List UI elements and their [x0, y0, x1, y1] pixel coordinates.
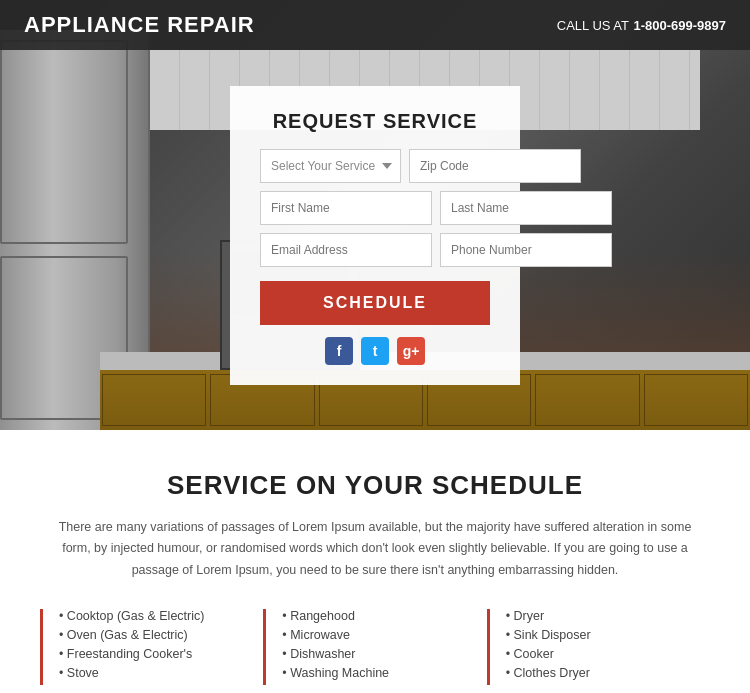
cabinet-door	[535, 374, 639, 426]
hero-section: REQUEST SERVICE Select Your ServiceRefri…	[0, 0, 750, 430]
services-col-2: Rangehood Microwave Dishwasher Washing M…	[263, 609, 486, 685]
list-item: Sink Disposer	[506, 628, 694, 642]
list-item: Dryer	[506, 609, 694, 623]
list-item: Microwave	[282, 628, 470, 642]
services-list-3: Dryer Sink Disposer Cooker Clothes Dryer	[506, 609, 694, 680]
list-item: Washing Machine	[282, 666, 470, 680]
last-name-input[interactable]	[440, 191, 612, 225]
list-item: Freestanding Cooker's	[59, 647, 247, 661]
list-item: Stove	[59, 666, 247, 680]
list-item: Cooker	[506, 647, 694, 661]
header-contact: CALL US AT 1-800-699-9897	[557, 16, 726, 34]
service-form: REQUEST SERVICE Select Your ServiceRefri…	[230, 86, 520, 385]
form-row-service-zip: Select Your ServiceRefrigeratorWasherDry…	[260, 149, 490, 183]
zip-input[interactable]	[409, 149, 581, 183]
brand-title: APPLIANCE REPAIR	[24, 12, 255, 38]
list-item: Rangehood	[282, 609, 470, 623]
services-list-2: Rangehood Microwave Dishwasher Washing M…	[282, 609, 470, 680]
header: APPLIANCE REPAIR CALL US AT 1-800-699-98…	[0, 0, 750, 50]
cabinet-door	[102, 374, 206, 426]
call-label: CALL US AT	[557, 18, 629, 33]
services-list-1: Cooktop (Gas & Electric) Oven (Gas & Ele…	[59, 609, 247, 680]
services-col-3: Dryer Sink Disposer Cooker Clothes Dryer	[487, 609, 710, 685]
list-item: Oven (Gas & Electric)	[59, 628, 247, 642]
cabinet-door	[644, 374, 748, 426]
list-item: Clothes Dryer	[506, 666, 694, 680]
facebook-icon[interactable]: f	[325, 337, 353, 365]
service-select[interactable]: Select Your ServiceRefrigeratorWasherDry…	[260, 149, 401, 183]
services-title: SERVICE ON YOUR SCHEDULE	[40, 470, 710, 501]
services-section: SERVICE ON YOUR SCHEDULE There are many …	[0, 430, 750, 693]
list-item: Dishwasher	[282, 647, 470, 661]
list-item: Cooktop (Gas & Electric)	[59, 609, 247, 623]
form-row-contact	[260, 233, 490, 267]
google-plus-icon[interactable]: g+	[397, 337, 425, 365]
phone-input[interactable]	[440, 233, 612, 267]
social-links: f t g+	[260, 337, 490, 365]
form-row-name	[260, 191, 490, 225]
form-title: REQUEST SERVICE	[260, 110, 490, 133]
email-input[interactable]	[260, 233, 432, 267]
services-col-1: Cooktop (Gas & Electric) Oven (Gas & Ele…	[40, 609, 263, 685]
schedule-button[interactable]: SCHEDULE	[260, 281, 490, 325]
services-grid: Cooktop (Gas & Electric) Oven (Gas & Ele…	[40, 609, 710, 685]
services-description: There are many variations of passages of…	[55, 517, 695, 581]
first-name-input[interactable]	[260, 191, 432, 225]
phone-number[interactable]: 1-800-699-9897	[633, 18, 726, 33]
twitter-icon[interactable]: t	[361, 337, 389, 365]
